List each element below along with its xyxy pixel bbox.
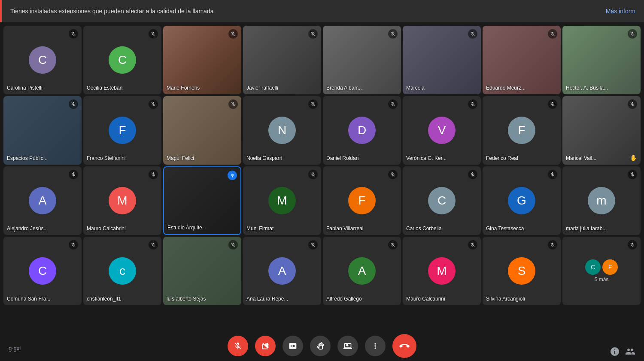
mute-icon-p16	[628, 99, 637, 109]
mute-icon-p26	[149, 240, 158, 250]
participant-name-p9: Espacios Públic...	[7, 155, 48, 161]
mute-icon-p14	[468, 99, 477, 109]
participant-tile-p4[interactable]: Javier raffaelli	[243, 26, 321, 94]
participant-name-p29: Alfredo Gallego	[326, 296, 362, 302]
mute-icon-p20	[308, 170, 318, 179]
participant-avatar-p17: A	[29, 187, 56, 214]
participant-name-p24: maria julia farab...	[566, 226, 607, 232]
participant-name-p23: Gina Testasecca	[486, 226, 524, 232]
mute-icon-p30	[468, 240, 477, 250]
participant-avatar-p30: M	[428, 257, 456, 285]
participant-name-p19: Estudio Arquite...	[167, 225, 207, 231]
participant-tile-p23[interactable]: GGina Testasecca	[483, 166, 561, 235]
participant-tile-p11[interactable]: Magui Felici	[163, 96, 241, 165]
participant-tile-p1[interactable]: CCarolina Pistelli	[3, 26, 82, 94]
mute-icon-p27	[228, 240, 238, 250]
mute-button[interactable]	[228, 336, 248, 356]
participant-tile-p2[interactable]: CCecilia Esteban	[83, 26, 161, 94]
participant-tile-p18[interactable]: MMauro Calcabrini	[83, 166, 161, 235]
meeting-code: g-gxi	[9, 345, 21, 352]
mute-icon-p9	[69, 99, 78, 109]
participant-name-p6: Marcela	[406, 85, 425, 91]
share-screen-button[interactable]	[337, 336, 358, 356]
mute-icon-p17	[69, 170, 78, 179]
mute-icon-p3	[228, 29, 238, 39]
participant-tile-p27[interactable]: luis alberto Sejas	[163, 237, 241, 305]
participant-tile-p21[interactable]: FFabian Villarreal	[323, 166, 401, 235]
participant-avatar-p25: C	[29, 257, 56, 285]
participant-avatar-p18: M	[109, 187, 136, 214]
captions-button[interactable]	[283, 336, 303, 356]
participant-tile-p7[interactable]: Eduardo Meurz...	[483, 26, 561, 94]
participant-tile-p25[interactable]: CComuna San Fra...	[3, 237, 82, 305]
participant-tile-p26[interactable]: ccristianleon_lt1	[83, 237, 161, 305]
participant-tile-p28[interactable]: AAna Laura Repe...	[243, 237, 321, 305]
participant-avatar-p21: F	[348, 187, 376, 214]
participant-tile-p6[interactable]: Marcela	[403, 26, 481, 94]
participant-tile-p29[interactable]: AAlfredo Gallego	[323, 237, 401, 305]
participant-avatar-p26: c	[109, 257, 136, 285]
toolbar: g-gxi	[0, 331, 644, 361]
participant-tile-p5[interactable]: Brenda Albarr...	[323, 26, 401, 94]
participant-tile-p32[interactable]: C F 5 más	[562, 237, 641, 305]
info-area	[610, 346, 635, 357]
participant-name-p25: Comuna San Fra...	[7, 296, 50, 302]
participant-tile-p22[interactable]: CCarlos Corbella	[403, 166, 481, 235]
mute-icon-p7	[548, 29, 557, 39]
participant-avatar-p29: A	[348, 257, 376, 285]
participant-tile-p30[interactable]: MMauro Calcabrini	[403, 237, 481, 305]
mute-icon-p15	[548, 99, 557, 109]
participant-name-p28: Ana Laura Repe...	[246, 296, 288, 302]
participant-name-p17: Alejandro Jesús...	[7, 226, 48, 232]
end-call-button[interactable]	[392, 334, 416, 358]
participant-tile-p14[interactable]: VVerónica G. Ker...	[403, 96, 481, 165]
participant-name-p14: Verónica G. Ker...	[406, 155, 447, 161]
mute-icon-p12	[308, 99, 318, 109]
participant-tile-p19[interactable]: 🎙Estudio Arquite...	[163, 166, 241, 235]
participant-avatar-p2: C	[109, 46, 136, 74]
participant-tile-p17[interactable]: AAlejandro Jesús...	[3, 166, 82, 235]
participant-tile-p10[interactable]: FFranco Steffanini	[83, 96, 161, 165]
participant-tile-p8[interactable]: Héctor. A. Busila...	[562, 26, 641, 94]
participant-name-p12: Noelia Gasparri	[246, 155, 282, 161]
notification-text: Tienes instaladas extensiones que pueden…	[10, 8, 213, 15]
participant-name-p18: Mauro Calcabrini	[87, 226, 126, 232]
more-participants: C F 5 más	[585, 259, 618, 283]
mute-icon-p8	[628, 29, 637, 39]
participant-tile-p24[interactable]: mmaria julia farab...	[562, 166, 641, 235]
participant-name-p1: Carolina Pistelli	[7, 85, 43, 91]
participant-tile-p13[interactable]: DDaniel Roldan	[323, 96, 401, 165]
raise-hand-indicator-p16: ✋	[630, 154, 637, 161]
participant-name-p3: Marie Forneris	[167, 85, 200, 91]
mute-icon-p5	[388, 29, 398, 39]
participant-name-p30: Mauro Calcabrini	[406, 296, 445, 302]
camera-button[interactable]	[255, 336, 276, 356]
participant-avatar-p28: A	[268, 257, 296, 285]
participant-avatar-p23: G	[508, 187, 535, 214]
participant-avatar-p15: F	[508, 117, 535, 144]
participant-name-p4: Javier raffaelli	[246, 85, 278, 91]
participant-name-p2: Cecilia Esteban	[87, 85, 122, 91]
participant-tile-p15[interactable]: FFederico Real	[483, 96, 561, 165]
participant-name-p5: Brenda Albarr...	[326, 85, 362, 91]
more-info-link[interactable]: Más inform	[606, 8, 635, 15]
participant-name-p13: Daniel Roldan	[326, 155, 358, 161]
participant-name-p15: Federico Real	[486, 155, 518, 161]
participant-tile-p9[interactable]: Espacios Públic...	[3, 96, 82, 165]
participant-tile-p31[interactable]: SSilvina Arcangioli	[483, 237, 561, 305]
participant-avatar-p1: C	[29, 46, 56, 74]
participant-avatar-p22: C	[428, 187, 456, 214]
participant-tile-p20[interactable]: MMuni Firmat	[243, 166, 321, 235]
participant-tile-p3[interactable]: Marie Forneris	[163, 26, 241, 94]
participant-tile-p16[interactable]: ✋Maricel Vail...	[562, 96, 641, 165]
participant-avatar-p13: D	[348, 117, 376, 144]
mute-icon-p13	[388, 99, 398, 109]
participant-name-p7: Eduardo Meurz...	[486, 85, 526, 91]
mute-icon-p6	[468, 29, 477, 39]
participant-tile-p12[interactable]: NNoelia Gasparri	[243, 96, 321, 165]
mute-icon-p31	[548, 240, 557, 250]
mute-icon-p29	[388, 240, 398, 250]
more-options-button[interactable]	[365, 336, 386, 356]
speaking-indicator-p19: 🎙	[228, 171, 237, 180]
raise-hand-button[interactable]	[310, 336, 331, 356]
